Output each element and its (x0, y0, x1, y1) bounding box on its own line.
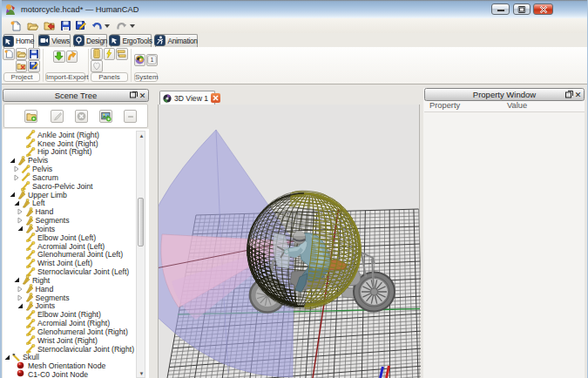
svg-text:1: 1 (150, 57, 153, 63)
